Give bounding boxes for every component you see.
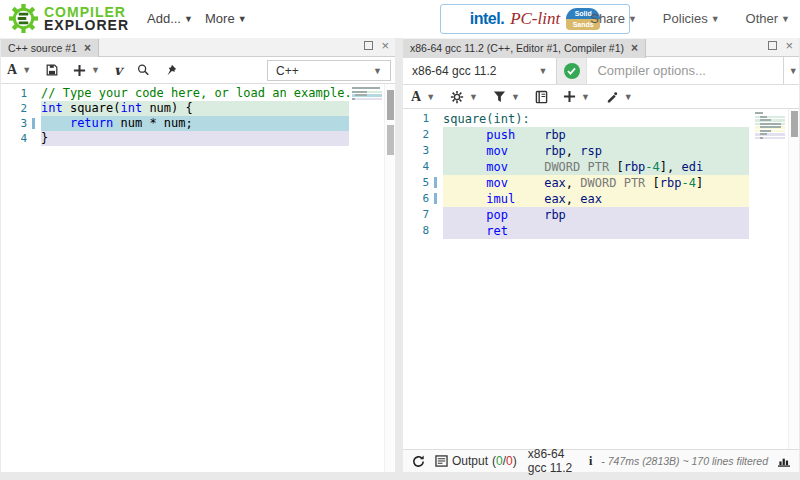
- output-icon: [435, 455, 448, 467]
- search-button[interactable]: [136, 63, 150, 77]
- code-line[interactable]: 7 pop rbp: [403, 207, 799, 223]
- compile-success-icon: [564, 63, 580, 79]
- assembly-minimap[interactable]: [755, 112, 785, 140]
- code-line[interactable]: 2int square(int num) {: [1, 101, 395, 116]
- compiler-select[interactable]: x86-64 gcc 11.2 ▼: [403, 57, 557, 84]
- tab-compiler[interactable]: x86-64 gcc 11.2 (C++, Editor #1, Compile…: [403, 39, 646, 58]
- save-load-button[interactable]: [45, 63, 59, 77]
- other-menu[interactable]: Other▼: [746, 11, 790, 26]
- add-menu-label: Add...: [147, 11, 181, 26]
- output-button[interactable]: Output (0/0): [435, 454, 517, 468]
- line-number: 2: [403, 127, 443, 143]
- stats-button[interactable]: [777, 455, 791, 467]
- code-line[interactable]: 1// Type your code here, or load an exam…: [1, 86, 395, 101]
- refresh-icon: [411, 454, 426, 469]
- other-menu-label: Other: [746, 11, 779, 26]
- maximize-icon[interactable]: [768, 41, 777, 50]
- code-line[interactable]: 4}: [1, 131, 395, 146]
- compiler-options-input[interactable]: [587, 57, 783, 84]
- pclint-logo: PC-lint: [510, 9, 560, 29]
- line-number: 2: [1, 101, 41, 116]
- font-size-button[interactable]: A▼: [411, 89, 435, 105]
- policies-menu[interactable]: Policies▼: [663, 11, 720, 26]
- add-menu[interactable]: Add...▼: [147, 11, 193, 26]
- line-number: 8: [403, 223, 443, 239]
- language-select[interactable]: C++ ▼: [267, 60, 391, 81]
- recompile-button[interactable]: [411, 454, 426, 469]
- save-icon: [45, 63, 59, 77]
- code-text: }: [41, 131, 349, 146]
- tab-compiler-label: x86-64 gcc 11.2 (C++, Editor #1, Compile…: [410, 42, 624, 54]
- source-editor-panel: C++ source #1 × × A▼ ▼ v C++ ▼ 1// Type …: [1, 38, 395, 472]
- code-line[interactable]: 1square(int):: [403, 111, 799, 127]
- tab-cpp-source[interactable]: C++ source #1 ×: [1, 39, 99, 58]
- minimap-line: [352, 94, 382, 97]
- assembly-output-editor[interactable]: 1square(int):2 push rbp3 mov rbp, rsp4 m…: [403, 109, 799, 449]
- more-menu-label: More: [205, 11, 235, 26]
- share-menu[interactable]: Share▼: [590, 11, 637, 26]
- logo-wordmark: COMPILER EXPLORER: [44, 6, 129, 32]
- add-pane-button[interactable]: ▼: [73, 64, 100, 77]
- tools-button[interactable]: ▼: [605, 90, 633, 103]
- source-minimap[interactable]: [352, 87, 382, 101]
- line-number: 6: [403, 191, 443, 207]
- bar-chart-icon: [777, 455, 791, 467]
- output-label: Output: [452, 454, 488, 468]
- close-icon[interactable]: ×: [785, 41, 793, 50]
- minimap-line: [755, 112, 785, 115]
- code-line[interactable]: 4 mov DWORD PTR [rbp-4], edi: [403, 159, 799, 175]
- scrollbar-handle[interactable]: [387, 90, 394, 120]
- compiler-explorer-logo[interactable]: COMPILER EXPLORER: [8, 3, 129, 34]
- share-menu-label: Share: [590, 11, 625, 26]
- compiler-panel: x86-64 gcc 11.2 (C++, Editor #1, Compile…: [403, 38, 799, 472]
- nav-right-menus: Share▼ Policies▼ Other▼: [590, 11, 790, 26]
- code-line[interactable]: 3 mov rbp, rsp: [403, 143, 799, 159]
- minimap-line: [755, 126, 785, 129]
- close-icon[interactable]: ×: [381, 41, 389, 50]
- vim-mode-button[interactable]: v: [114, 62, 122, 78]
- settings-button[interactable]: ▼: [450, 90, 478, 104]
- close-icon[interactable]: ×: [631, 42, 638, 54]
- add-new-button[interactable]: ▼: [563, 90, 590, 103]
- line-number: 1: [403, 111, 443, 127]
- linked-line-marker: [32, 118, 35, 129]
- pin-button[interactable]: [164, 63, 178, 77]
- more-menu[interactable]: More▼: [205, 11, 247, 26]
- logo-word-explorer: EXPLORER: [44, 19, 129, 32]
- code-line[interactable]: 6 imul eax, eax: [403, 191, 799, 207]
- code-line[interactable]: 5 mov eax, DWORD PTR [rbp-4]: [403, 175, 799, 191]
- source-code-editor[interactable]: 1// Type your code here, or load an exam…: [1, 84, 395, 472]
- chevron-down-icon: ▼: [511, 92, 520, 102]
- code-line[interactable]: 2 push rbp: [403, 127, 799, 143]
- code-text: mov DWORD PTR [rbp-4], edi: [443, 159, 749, 175]
- chevron-down-icon: ▼: [91, 65, 100, 75]
- font-size-label: A: [411, 89, 421, 105]
- info-icon[interactable]: i: [589, 454, 592, 469]
- code-text: mov eax, DWORD PTR [rbp-4]: [443, 175, 749, 191]
- code-line[interactable]: 3 return num * num;: [1, 116, 395, 131]
- chevron-down-icon: ▼: [624, 92, 633, 102]
- scrollbar-handle[interactable]: [791, 111, 798, 137]
- compile-status: [557, 57, 587, 84]
- filter-button[interactable]: ▼: [493, 90, 520, 103]
- compiler-toolbar-row1: x86-64 gcc 11.2 ▼ ▼: [403, 57, 799, 85]
- chevron-down-icon: ▼: [581, 92, 590, 102]
- compiler-statusbar: Output (0/0) x86-64 gcc 11.2 i - 747ms (…: [403, 449, 799, 472]
- minimap-line: [352, 98, 382, 101]
- close-icon[interactable]: ×: [84, 42, 91, 54]
- options-dropdown-button[interactable]: ▼: [783, 57, 799, 84]
- chevron-down-icon: ▼: [781, 14, 790, 24]
- libraries-button[interactable]: [535, 90, 548, 104]
- linked-line-marker: [434, 193, 437, 204]
- maximize-icon[interactable]: [364, 41, 373, 50]
- code-line[interactable]: 8 ret: [403, 223, 799, 239]
- scrollbar-handle[interactable]: [387, 125, 394, 155]
- line-number: 4: [1, 131, 41, 146]
- filter-icon: [493, 90, 506, 103]
- chevron-down-icon: ▼: [184, 14, 193, 24]
- linked-line-marker: [434, 177, 437, 188]
- assembly-scrollbar[interactable]: [788, 109, 799, 449]
- font-size-button[interactable]: A▼: [7, 62, 31, 78]
- source-scrollbar[interactable]: [384, 84, 395, 472]
- chevron-down-icon: ▼: [469, 92, 478, 102]
